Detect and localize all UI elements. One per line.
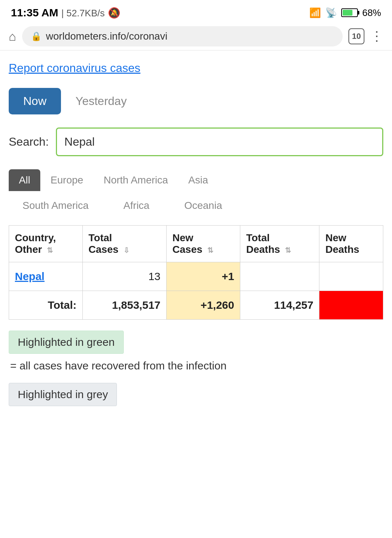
sort-total-deaths-icon[interactable]: ⇅ bbox=[285, 246, 291, 255]
cell-new-cases: +1 bbox=[167, 262, 240, 291]
region-tab-africa[interactable]: Africa bbox=[113, 195, 160, 217]
region-tab-north-america[interactable]: North America bbox=[93, 169, 178, 191]
legend-section: Highlighted in green = all cases have re… bbox=[9, 331, 383, 406]
battery-percent: 68% bbox=[362, 7, 381, 19]
region-tab-oceania[interactable]: Oceania bbox=[174, 195, 232, 217]
wifi-icon: 📡 bbox=[325, 7, 337, 19]
sort-country-icon[interactable]: ⇅ bbox=[47, 246, 53, 255]
region-tab-south-america[interactable]: South America bbox=[12, 195, 99, 217]
cell-grand-new-cases: +1,260 bbox=[167, 291, 240, 320]
browser-bar: ⌂ 🔒 worldometers.info/coronavi 10 ⋮ bbox=[0, 23, 392, 50]
search-label: Search: bbox=[9, 135, 49, 149]
home-icon[interactable]: ⌂ bbox=[9, 29, 16, 44]
sort-new-cases-icon[interactable]: ⇅ bbox=[207, 246, 213, 255]
cell-new-deaths bbox=[319, 262, 383, 291]
legend-green-box: Highlighted in green bbox=[9, 331, 124, 354]
battery-icon bbox=[341, 8, 358, 17]
url-bar[interactable]: 🔒 worldometers.info/coronavi bbox=[22, 26, 343, 46]
region-tab-europe[interactable]: Europe bbox=[40, 169, 93, 191]
data-table: Country,Other ⇅ TotalCases ⇩ NewCases ⇅ … bbox=[9, 225, 383, 320]
col-new-deaths[interactable]: NewDeaths bbox=[319, 226, 383, 262]
search-input[interactable] bbox=[56, 128, 383, 156]
cell-country: Nepal bbox=[9, 262, 83, 291]
region-tabs: All Europe North America Asia South Amer… bbox=[9, 169, 383, 217]
url-text: worldometers.info/coronavi bbox=[46, 31, 168, 42]
cell-total-deaths bbox=[240, 262, 319, 291]
col-total-deaths[interactable]: TotalDeaths ⇅ bbox=[240, 226, 319, 262]
tab-yesterday[interactable]: Yesterday bbox=[75, 94, 127, 108]
menu-dots[interactable]: ⋮ bbox=[370, 29, 383, 44]
status-icons: 📶 📡 68% bbox=[309, 7, 381, 19]
region-tab-asia[interactable]: Asia bbox=[178, 169, 218, 191]
cell-grand-new-deaths bbox=[319, 291, 383, 320]
status-time: 11:35 AM | 52.7KB/s 🔕 bbox=[11, 7, 121, 19]
cell-total-cases: 13 bbox=[82, 262, 166, 291]
total-row: Total: 1,853,517 +1,260 114,257 bbox=[9, 291, 383, 320]
legend-green-desc: = all cases have recovered from the infe… bbox=[9, 360, 383, 372]
sort-total-cases-icon[interactable]: ⇩ bbox=[123, 246, 130, 255]
table-row: Nepal 13 +1 bbox=[9, 262, 383, 291]
lock-icon: 🔒 bbox=[31, 31, 42, 41]
report-link[interactable]: Report coronavirus cases bbox=[9, 61, 140, 75]
cell-total-label: Total: bbox=[9, 291, 83, 320]
col-total-cases[interactable]: TotalCases ⇩ bbox=[82, 226, 166, 262]
col-country[interactable]: Country,Other ⇅ bbox=[9, 226, 83, 262]
region-tabs-row1: All Europe North America Asia bbox=[9, 169, 383, 191]
region-tabs-row2: South America Africa Oceania bbox=[9, 195, 383, 217]
status-bar: 11:35 AM | 52.7KB/s 🔕 📶 📡 68% bbox=[0, 0, 392, 23]
main-content: Report coronavirus cases Now Yesterday S… bbox=[0, 50, 392, 417]
tab-count[interactable]: 10 bbox=[348, 28, 364, 44]
region-tab-all[interactable]: All bbox=[9, 169, 40, 191]
cell-grand-total-cases: 1,853,517 bbox=[82, 291, 166, 320]
col-new-cases[interactable]: NewCases ⇅ bbox=[167, 226, 240, 262]
signal-icon: 📶 bbox=[309, 7, 321, 19]
tab-now[interactable]: Now bbox=[9, 88, 61, 114]
cell-grand-total-deaths: 114,257 bbox=[240, 291, 319, 320]
search-row: Search: bbox=[9, 128, 383, 156]
time-tabs: Now Yesterday bbox=[9, 88, 383, 114]
legend-grey-box: Highlighted in grey bbox=[9, 383, 117, 406]
table-header-row: Country,Other ⇅ TotalCases ⇩ NewCases ⇅ … bbox=[9, 226, 383, 262]
nepal-link[interactable]: Nepal bbox=[15, 270, 45, 282]
